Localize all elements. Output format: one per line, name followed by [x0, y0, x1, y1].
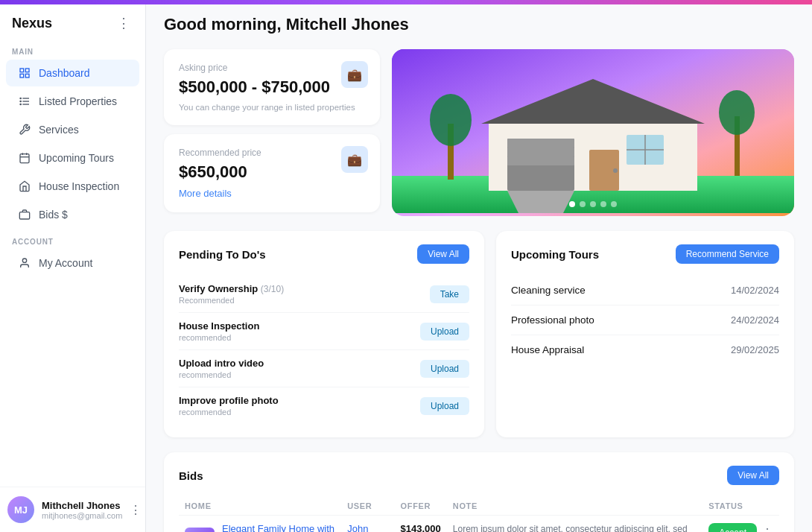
sidebar-label-dashboard: Dashboard — [39, 67, 90, 79]
house-illustration — [392, 49, 794, 213]
house-image-carousel[interactable] — [392, 49, 794, 216]
bids-table-row: Elegant Family Home with Spect... $143,0… — [179, 516, 779, 533]
pending-action-upload-inspection[interactable]: Upload — [420, 323, 469, 341]
bid-note: Lorem ipsum dolor sit amet, consectetur … — [453, 524, 688, 532]
svg-rect-0 — [20, 69, 24, 72]
sidebar-label-my-account: My Account — [39, 257, 92, 269]
col-user: USER — [341, 497, 394, 516]
bid-user[interactable]: John Smith — [347, 523, 372, 532]
avatar: MJ — [7, 496, 34, 523]
svg-rect-21 — [507, 139, 574, 148]
tour-date-photo: 24/02/2024 — [731, 314, 779, 326]
asking-price-value: $500,000 - $750,000 — [179, 77, 365, 97]
tour-name-cleaning: Cleaning service — [511, 285, 586, 296]
carousel-dot-4[interactable] — [600, 201, 606, 207]
account-icon — [18, 256, 31, 270]
pending-item-inspection: House Inspection recommended Upload — [179, 313, 469, 350]
list-icon — [18, 95, 31, 108]
sidebar-label-house-inspection: House Inspection — [39, 180, 119, 192]
bids-table: HOME USER OFFER NOTE STATUS Elegant Fami… — [179, 497, 779, 532]
sidebar-item-upcoming-tours[interactable]: Upcoming Tours — [6, 145, 139, 171]
home-thumbnail — [185, 528, 215, 532]
bids-header: Bids View All — [179, 466, 779, 485]
pending-item-sub-video: recommended — [179, 370, 264, 379]
middle-row: Pending To Do's View All Verify Ownershi… — [164, 231, 794, 437]
svg-point-9 — [20, 104, 21, 104]
pending-item-name-verify: Verify Ownership (3/10) — [179, 283, 284, 294]
calendar-icon — [18, 151, 31, 165]
sidebar-more-button[interactable]: ⋮ — [114, 15, 133, 31]
svg-point-30 — [430, 94, 472, 146]
col-status: STATUS — [702, 497, 779, 516]
asking-price-label: Asking price — [179, 63, 365, 73]
sidebar-footer: MJ Mithchell Jhones mitjhones@gmail.com … — [0, 487, 145, 532]
footer-user-name: Mithchell Jhones — [42, 500, 122, 511]
tour-date-cleaning: 14/02/2024 — [731, 285, 779, 296]
footer-user-email: mitjhones@gmail.com — [42, 511, 122, 520]
pending-item-sub-inspection: recommended — [179, 333, 259, 342]
pending-item-video: Upload intro video recommended Upload — [179, 350, 469, 387]
svg-rect-3 — [25, 74, 29, 77]
tour-row-cleaning: Cleaning service 14/02/2024 — [511, 276, 779, 305]
sidebar-label-services: Services — [39, 124, 79, 136]
tours-title: Upcoming Tours — [511, 248, 599, 261]
carousel-dot-5[interactable] — [611, 201, 617, 207]
sidebar-item-bids[interactable]: Bids $ — [6, 201, 139, 228]
main-section-label: MAIN — [0, 39, 145, 59]
col-home: HOME — [179, 497, 341, 516]
pending-view-all-button[interactable]: View All — [417, 244, 469, 264]
pending-item-name-inspection: House Inspection — [179, 320, 259, 332]
app-logo: Nexus — [12, 16, 52, 31]
sidebar-label-bids: Bids $ — [39, 209, 68, 221]
svg-rect-1 — [25, 69, 29, 72]
sidebar-item-my-account[interactable]: My Account — [6, 250, 139, 276]
svg-point-7 — [20, 98, 21, 98]
recommend-service-button[interactable]: Recommend Service — [676, 244, 779, 264]
bids-icon — [18, 208, 31, 221]
pending-action-upload-video[interactable]: Upload — [420, 360, 469, 378]
tours-header: Upcoming Tours Recommend Service — [511, 244, 779, 264]
sidebar-label-listed-properties: Listed Properties — [39, 95, 117, 107]
pending-action-take[interactable]: Take — [430, 285, 469, 303]
pending-item-verify: Verify Ownership (3/10) Recommended Take — [179, 276, 469, 313]
svg-point-25 — [613, 168, 618, 173]
sidebar-item-listed-properties[interactable]: Listed Properties — [6, 88, 139, 115]
recommended-price-card: 💼 Recommended price $650,000 More detail… — [164, 134, 380, 212]
home-cell: Elegant Family Home with Spect... $143,0… — [185, 523, 335, 532]
svg-point-8 — [20, 101, 21, 101]
pending-action-upload-photo[interactable]: Upload — [420, 397, 469, 415]
sidebar-item-services[interactable]: Services — [6, 116, 139, 143]
bids-title: Bids — [179, 469, 203, 482]
svg-point-15 — [22, 259, 26, 262]
col-note: NOTE — [447, 497, 702, 516]
carousel-dot-3[interactable] — [590, 201, 596, 207]
bid-more-button[interactable]: ⋮ — [761, 526, 773, 533]
sidebar-item-dashboard[interactable]: Dashboard — [6, 60, 139, 86]
carousel-dot-1[interactable] — [569, 201, 575, 207]
bid-offer: $143,000 — [401, 523, 441, 532]
pending-card: Pending To Do's View All Verify Ownershi… — [164, 231, 484, 437]
home-name[interactable]: Elegant Family Home with Spect... — [222, 523, 335, 532]
bids-view-all-button[interactable]: View All — [727, 466, 779, 485]
recommended-price-label: Recommended price — [179, 148, 365, 158]
carousel-dot-2[interactable] — [580, 201, 586, 207]
main-content: Good morning, Mitchell Jhones 💼 Asking p… — [146, 0, 812, 532]
footer-more-button[interactable]: ⋮ — [130, 503, 142, 517]
carousel-dots — [569, 201, 617, 207]
inspection-icon — [18, 180, 31, 193]
asking-price-hint: You can change your range in listed prop… — [179, 103, 365, 112]
more-details-link[interactable]: More details — [179, 188, 365, 199]
sidebar-label-upcoming-tours: Upcoming Tours — [39, 152, 114, 164]
svg-rect-14 — [19, 212, 29, 219]
tour-row-photo: Professional photo 24/02/2024 — [511, 305, 779, 335]
top-row: 💼 Asking price $500,000 - $750,000 You c… — [164, 49, 794, 216]
tour-name-appraisal: House Appraisal — [511, 344, 584, 355]
tour-name-photo: Professional photo — [511, 314, 594, 326]
svg-point-32 — [719, 90, 755, 135]
sidebar-item-house-inspection[interactable]: House Inspection — [6, 173, 139, 200]
pending-item-sub-verify: Recommended — [179, 296, 284, 305]
accept-button[interactable]: Accept — [708, 523, 757, 532]
dashboard-icon — [18, 66, 31, 80]
tour-row-appraisal: House Appraisal 29/02/2025 — [511, 335, 779, 364]
status-cell: Accept ⋮ — [708, 523, 773, 532]
